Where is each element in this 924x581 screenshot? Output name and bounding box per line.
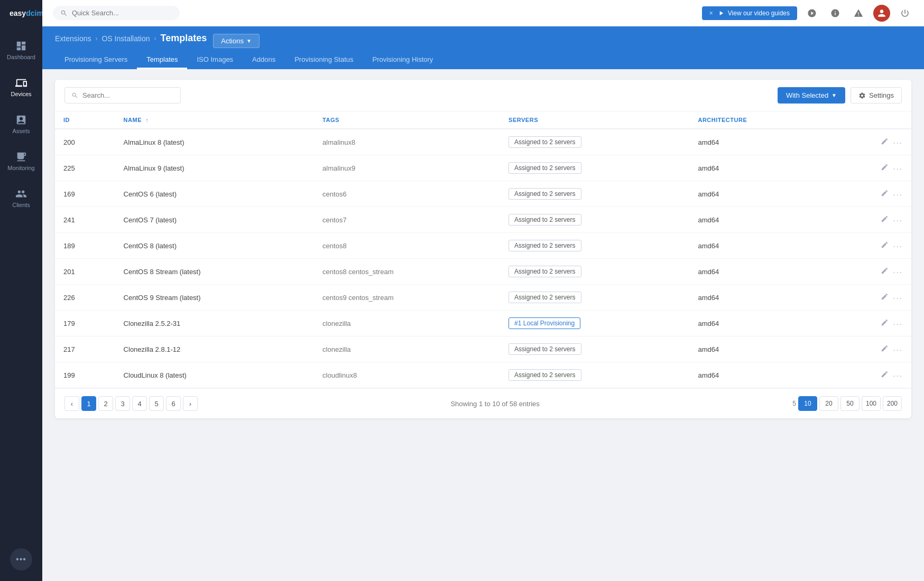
with-selected-chevron-icon: ▼ — [831, 92, 837, 98]
sidebar-item-devices[interactable]: Devices — [0, 69, 42, 106]
more-actions-icon[interactable]: ··· — [893, 319, 903, 328]
more-actions-icon[interactable]: ··· — [893, 164, 903, 173]
breadcrumb-list: Extensions › OS Installation › Templates — [55, 33, 207, 44]
cell-tags: almalinux8 — [314, 129, 500, 155]
search-input[interactable] — [72, 9, 167, 17]
more-actions-icon[interactable]: ··· — [893, 241, 903, 250]
topbar-right: × View our video guides — [702, 5, 913, 22]
cell-id: 189 — [55, 233, 115, 259]
more-actions-icon[interactable]: ··· — [893, 345, 903, 354]
page-size-100[interactable]: 100 — [862, 396, 881, 411]
pagination-page-6[interactable]: 6 — [166, 396, 181, 411]
edit-icon[interactable] — [881, 344, 889, 354]
cell-architecture: amd64 — [689, 336, 829, 362]
cell-architecture: amd64 — [689, 181, 829, 207]
edit-icon[interactable] — [881, 267, 889, 276]
edit-icon[interactable] — [881, 293, 889, 302]
pagination-bar: ‹ 1 2 3 4 5 6 › Showing 1 to 10 of 58 en… — [55, 388, 911, 418]
cell-row-actions: ··· — [829, 181, 911, 207]
cell-architecture: amd64 — [689, 259, 829, 285]
cell-row-actions: ··· — [829, 259, 911, 285]
showing-text: Showing 1 to 10 of 58 entries — [198, 400, 792, 408]
cell-tags: centos6 — [314, 181, 500, 207]
cell-servers: Assigned to 2 servers — [500, 207, 689, 233]
more-actions-icon[interactable]: ··· — [893, 371, 903, 380]
cell-id: 217 — [55, 336, 115, 362]
sidebar-nav: Dashboard Devices Assets Monitoring Clie… — [0, 32, 42, 217]
edit-icon[interactable] — [881, 241, 889, 250]
more-actions-icon[interactable]: ··· — [893, 293, 903, 302]
page-size-200[interactable]: 200 — [883, 396, 902, 411]
sidebar-item-dashboard[interactable]: Dashboard — [0, 32, 42, 69]
with-selected-button[interactable]: With Selected ▼ — [778, 87, 845, 104]
breadcrumb-sep-1: › — [95, 35, 97, 42]
tab-addons[interactable]: Addons — [243, 51, 285, 69]
col-architecture: ARCHITECTURE — [689, 111, 829, 129]
pagination-page-5[interactable]: 5 — [149, 396, 164, 411]
page-size-50[interactable]: 50 — [840, 396, 860, 411]
cell-tags: centos8 centos_stream — [314, 259, 500, 285]
actions-chevron-icon: ▼ — [246, 38, 252, 44]
cell-servers: Assigned to 2 servers — [500, 233, 689, 259]
sidebar-item-assets[interactable]: Assets — [0, 106, 42, 143]
video-guide-close[interactable]: × — [709, 10, 713, 17]
more-actions-icon[interactable]: ··· — [893, 267, 903, 276]
table-row: 200 AlmaLinux 8 (latest) almalinux8 Assi… — [55, 129, 911, 155]
col-name-label: NAME — [124, 117, 142, 123]
breadcrumb-os-installation[interactable]: OS Installation — [101, 34, 150, 43]
table-row: 217 Clonezilla 2.8.1-12 clonezilla Assig… — [55, 336, 911, 362]
page-size-20[interactable]: 20 — [819, 396, 838, 411]
page-size-10[interactable]: 10 — [798, 396, 817, 411]
table-search-input[interactable] — [82, 91, 167, 99]
edit-icon[interactable] — [881, 370, 889, 380]
col-id: ID — [55, 111, 115, 129]
sort-arrow-icon: ↑ — [146, 117, 149, 123]
pagination-page-3[interactable]: 3 — [115, 396, 130, 411]
cell-name: AlmaLinux 9 (latest) — [115, 155, 314, 181]
edit-icon[interactable] — [881, 318, 889, 328]
settings-label: Settings — [869, 91, 894, 99]
col-name[interactable]: NAME ↑ — [115, 111, 314, 129]
cell-servers: Assigned to 2 servers — [500, 336, 689, 362]
topbar-search-box[interactable] — [53, 6, 180, 20]
cell-id: 179 — [55, 311, 115, 336]
edit-icon[interactable] — [881, 163, 889, 173]
tab-iso-images[interactable]: ISO Images — [187, 51, 243, 69]
video-guide-button[interactable]: × View our video guides — [702, 6, 797, 20]
table-row: 199 CloudLinux 8 (latest) cloudlinux8 As… — [55, 362, 911, 388]
table-row: 169 CentOS 6 (latest) centos6 Assigned t… — [55, 181, 911, 207]
pagination-page-2[interactable]: 2 — [98, 396, 113, 411]
play-circle-icon[interactable] — [803, 5, 820, 22]
edit-icon[interactable] — [881, 215, 889, 224]
tab-templates[interactable]: Templates — [137, 51, 187, 69]
sidebar-item-clients[interactable]: Clients — [0, 180, 42, 217]
sidebar-more-button[interactable]: ••• — [10, 548, 32, 570]
alert-icon[interactable] — [850, 5, 867, 22]
edit-icon[interactable] — [881, 137, 889, 147]
col-actions-empty — [829, 111, 911, 129]
table-search-box[interactable] — [64, 87, 181, 104]
cell-name: Clonezilla 2.5.2-31 — [115, 311, 314, 336]
cell-tags: centos7 — [314, 207, 500, 233]
pagination-page-1[interactable]: 1 — [81, 396, 96, 411]
info-icon[interactable] — [827, 5, 844, 22]
tab-provisioning-servers[interactable]: Provisioning Servers — [55, 51, 137, 69]
edit-icon[interactable] — [881, 189, 889, 199]
pagination-prev[interactable]: ‹ — [64, 396, 79, 411]
cell-tags: centos9 centos_stream — [314, 285, 500, 311]
tab-provisioning-status[interactable]: Provisioning Status — [285, 51, 363, 69]
more-actions-icon[interactable]: ··· — [893, 215, 903, 224]
avatar[interactable] — [873, 5, 890, 22]
pagination-next[interactable]: › — [183, 396, 198, 411]
cell-row-actions: ··· — [829, 155, 911, 181]
actions-button[interactable]: Actions ▼ — [213, 34, 260, 48]
breadcrumb-extensions[interactable]: Extensions — [55, 34, 91, 43]
tab-provisioning-history[interactable]: Provisioning History — [363, 51, 442, 69]
sidebar-item-monitoring[interactable]: Monitoring — [0, 143, 42, 180]
more-actions-icon[interactable]: ··· — [893, 138, 903, 147]
more-actions-icon[interactable]: ··· — [893, 190, 903, 199]
sidebar-item-label: Assets — [12, 128, 30, 134]
pagination-page-4[interactable]: 4 — [132, 396, 147, 411]
power-icon[interactable] — [897, 5, 913, 22]
settings-button[interactable]: Settings — [851, 87, 902, 104]
